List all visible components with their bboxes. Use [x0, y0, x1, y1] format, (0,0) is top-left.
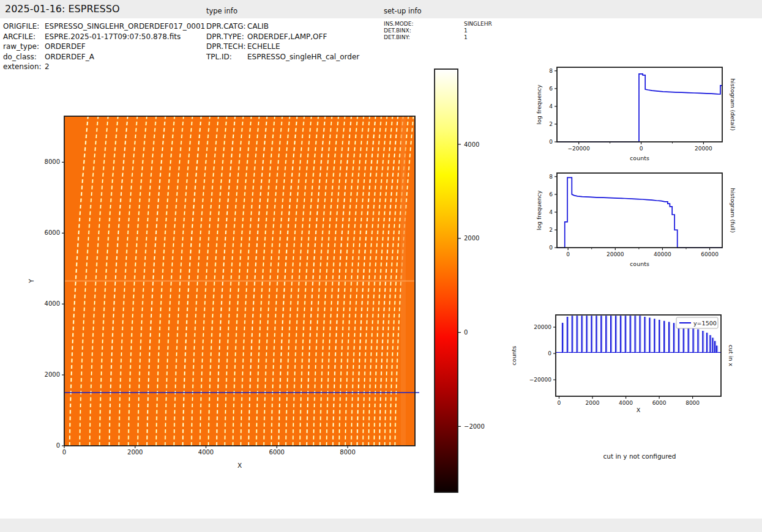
hist_full-ytick-label: 4: [549, 209, 553, 215]
hist_full-ytick-label: 8: [549, 174, 553, 180]
hist_detail-xlabel: counts: [630, 155, 649, 161]
hist_detail-ytick-label: 2: [549, 121, 553, 127]
hist_full-ylabel: log frequency: [536, 190, 542, 231]
raw-image-xtick-label: 8000: [340, 449, 355, 456]
hist_full-xtick-label: 20000: [607, 251, 624, 257]
raw-image-xtick-label: 6000: [269, 449, 285, 456]
hist_full-xtick-label: 60000: [701, 251, 719, 257]
hist_full-ytick-label: 0: [549, 245, 553, 251]
raw-image-xtick-label: 2000: [127, 449, 143, 456]
cutx-xtick-label: 0: [558, 400, 561, 406]
raw-image-ytick-label: 6000: [45, 229, 60, 236]
hist_detail-xtick-label: 20000: [695, 146, 712, 152]
cutx-side-label: cut in x: [728, 345, 734, 367]
hist_full-side-label: histogram (full): [730, 188, 736, 232]
hist_detail-side-label: histogram (detail): [730, 78, 736, 130]
hist_detail-ytick-label: 4: [549, 103, 553, 109]
hist_detail-ylabel: log frequency: [536, 84, 542, 125]
hist_full-xtick-label: 40000: [654, 251, 671, 257]
hist_full-ytick-label: 6: [549, 191, 553, 198]
cutx-xtick-label: 6000: [652, 400, 667, 406]
cutx-xlabel: X: [637, 407, 641, 413]
hist_full-xtick-label: 0: [566, 251, 570, 257]
hist_detail-xtick-label: −20000: [568, 146, 590, 152]
hist_detail-ytick-label: 0: [549, 139, 553, 145]
hist_full-ytick-label: 2: [549, 227, 553, 233]
raw-image-ylabel: Y: [28, 279, 35, 284]
cut-in-y-note: cut in y not configured: [578, 453, 701, 460]
footer-bar: powered by QC: www.eso.org/HC created by…: [0, 519, 762, 532]
cutx-xtick-label: 8000: [685, 400, 700, 406]
hist_detail-frame: [557, 67, 722, 142]
colorbar-tick-label: 4000: [464, 141, 479, 148]
cutx-ytick-label: 0: [548, 350, 551, 357]
raw-image-xtick-label: 4000: [198, 449, 214, 456]
colorbar-tick-label: 0: [464, 329, 468, 336]
colorbar-tick-label: −2000: [464, 423, 485, 430]
qc-report-page: 2025-01-16: ESPRESSO type info set-up in…: [0, 0, 762, 532]
hist_full-curve: [557, 177, 722, 248]
raw-image-xlabel: X: [237, 462, 242, 469]
cutx-legend-label: y=1500: [693, 320, 717, 327]
hist_full-xlabel: counts: [630, 260, 649, 267]
colorbar-tick-label: 2000: [464, 235, 479, 242]
cutx-ylabel: counts: [510, 346, 517, 366]
cutx-ytick-label: 20000: [534, 324, 551, 330]
raw-image-ytick-label: 8000: [45, 158, 60, 165]
hist_detail-ytick-label: 6: [549, 86, 553, 92]
hist_detail-xtick-label: 0: [640, 146, 643, 152]
hist_detail-ytick-label: 8: [549, 68, 553, 74]
cutx-xtick-label: 4000: [619, 400, 633, 406]
colorbar-gradient: [435, 69, 458, 492]
raw-image-ytick-label: 0: [56, 442, 60, 449]
cutx-ytick-label: −20000: [529, 377, 551, 383]
hist_full-frame: [557, 173, 722, 248]
cutx-xtick-label: 2000: [586, 400, 600, 406]
raw-image-ytick-label: 4000: [45, 300, 60, 307]
hist_detail-curve: [557, 74, 722, 142]
raw-image-xtick-label: 0: [62, 449, 66, 456]
raw-image-ytick-label: 2000: [45, 371, 60, 378]
